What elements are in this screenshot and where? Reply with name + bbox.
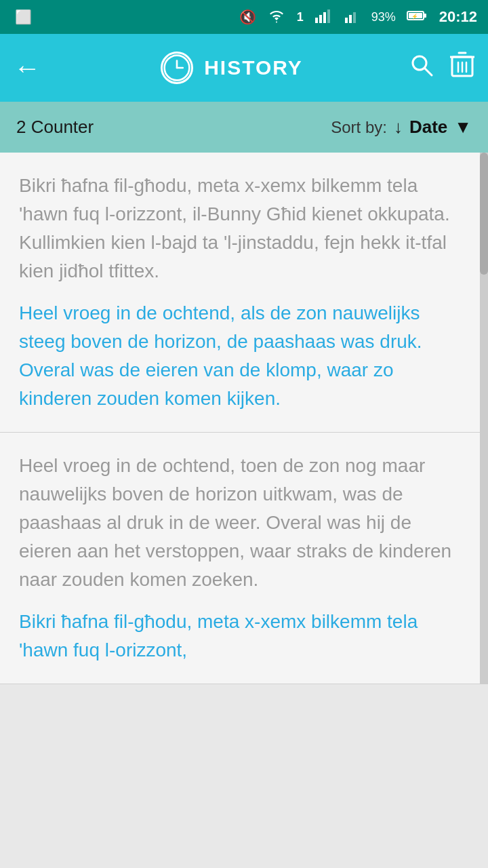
svg-rect-2 bbox=[323, 12, 326, 23]
entry-blue-text: Heel vroeg in de ochtend, als de zon nau… bbox=[19, 299, 469, 413]
svg-rect-3 bbox=[327, 9, 330, 23]
toolbar-actions bbox=[409, 52, 474, 84]
history-clock-icon bbox=[161, 52, 193, 84]
svg-rect-6 bbox=[353, 12, 356, 23]
sort-direction-icon: ↓ bbox=[394, 117, 403, 138]
search-button[interactable] bbox=[409, 53, 434, 83]
signal2-icon bbox=[344, 8, 361, 26]
sort-dropdown-icon[interactable]: ▼ bbox=[454, 117, 472, 138]
status-bar-left: ⬜ bbox=[11, 9, 32, 25]
scrollbar-thumb[interactable] bbox=[480, 153, 488, 275]
toolbar: ← HISTORY bbox=[0, 34, 488, 102]
list-item: Heel vroeg in de ochtend, toen de zon no… bbox=[0, 433, 488, 684]
sort-by-label: Sort by: bbox=[331, 118, 387, 137]
entry-gray-text: Bikri ħafna fil-għodu, meta x-xemx bilke… bbox=[19, 172, 469, 285]
svg-rect-1 bbox=[319, 15, 322, 23]
list-item: Bikri ħafna fil-għodu, meta x-xemx bilke… bbox=[0, 153, 488, 433]
scrollbar[interactable] bbox=[480, 153, 488, 684]
content-area: Bikri ħafna fil-għodu, meta x-xemx bilke… bbox=[0, 153, 488, 684]
back-button[interactable]: ← bbox=[14, 54, 41, 81]
photo-icon: ⬜ bbox=[15, 9, 32, 25]
signal-icon bbox=[314, 8, 333, 26]
svg-rect-9 bbox=[424, 14, 426, 18]
time-display: 20:12 bbox=[439, 8, 477, 26]
battery-label: 93% bbox=[371, 10, 396, 24]
counter-label: 2 Counter bbox=[16, 117, 94, 138]
battery-icon: ⚡ bbox=[407, 9, 427, 25]
delete-button[interactable] bbox=[450, 52, 474, 84]
wifi-icon bbox=[267, 8, 286, 26]
status-bar: ⬜ 🔇 1 93% ⚡ 20:12 bbox=[0, 0, 488, 34]
entry-gray-text: Heel vroeg in de ochtend, toen de zon no… bbox=[19, 452, 469, 594]
svg-line-15 bbox=[425, 68, 432, 75]
toolbar-title: HISTORY bbox=[204, 56, 303, 79]
sim1-icon: 1 bbox=[297, 10, 304, 24]
filter-bar: 2 Counter Sort by: ↓ Date ▼ bbox=[0, 102, 488, 153]
svg-rect-4 bbox=[345, 18, 348, 23]
toolbar-center: HISTORY bbox=[54, 52, 409, 84]
mute-icon: 🔇 bbox=[239, 9, 256, 25]
sort-value-label: Date bbox=[409, 117, 447, 138]
svg-text:⚡: ⚡ bbox=[411, 13, 418, 20]
svg-rect-5 bbox=[349, 15, 352, 23]
entry-blue-text: Bikri ħafna fil-għodu, meta x-xemx bilke… bbox=[19, 608, 469, 665]
svg-rect-0 bbox=[315, 18, 318, 23]
sort-controls[interactable]: Sort by: ↓ Date ▼ bbox=[331, 117, 472, 138]
